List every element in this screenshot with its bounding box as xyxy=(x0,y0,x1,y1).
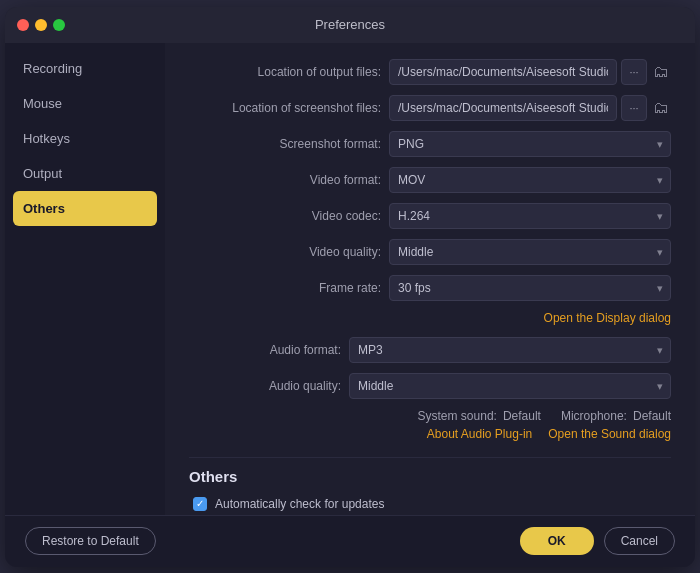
video-format-select[interactable]: MOV MP4 AVI xyxy=(389,167,671,193)
audio-quality-label: Audio quality: xyxy=(189,379,349,393)
action-buttons: OK Cancel xyxy=(520,527,675,555)
sidebar-item-output[interactable]: Output xyxy=(5,156,165,191)
sidebar-item-others[interactable]: Others xyxy=(13,191,157,226)
output-files-row: Location of output files: ··· 🗂 xyxy=(189,59,671,85)
check-icon: ✓ xyxy=(196,498,204,509)
main-panel: Location of output files: ··· 🗂 Location… xyxy=(165,43,695,515)
frame-rate-label: Frame rate: xyxy=(189,281,389,295)
sound-dialog-link[interactable]: Open the Sound dialog xyxy=(548,427,671,441)
screenshot-files-dots-button[interactable]: ··· xyxy=(621,95,647,121)
section-divider xyxy=(189,457,671,458)
video-format-label: Video format: xyxy=(189,173,389,187)
maximize-button[interactable] xyxy=(53,19,65,31)
microphone-label: Microphone: xyxy=(561,409,627,423)
output-files-dots-button[interactable]: ··· xyxy=(621,59,647,85)
system-sound-value: Default xyxy=(503,409,541,423)
microphone-status: Microphone: Default xyxy=(561,409,671,423)
folder-icon: 🗂 xyxy=(653,63,669,80)
sidebar-item-mouse[interactable]: Mouse xyxy=(5,86,165,121)
titlebar: Preferences xyxy=(5,7,695,43)
video-quality-select-wrapper: Middle Low High ▾ xyxy=(389,239,671,265)
audio-plugin-link[interactable]: About Audio Plug-in xyxy=(427,427,532,441)
window-title: Preferences xyxy=(315,17,385,32)
minimize-button[interactable] xyxy=(35,19,47,31)
display-dialog-link[interactable]: Open the Display dialog xyxy=(544,311,671,325)
screenshot-files-row: Location of screenshot files: ··· 🗂 xyxy=(189,95,671,121)
microphone-value: Default xyxy=(633,409,671,423)
screenshot-files-label: Location of screenshot files: xyxy=(189,101,389,115)
preferences-window: Preferences Recording Mouse Hotkeys Outp… xyxy=(5,7,695,567)
checkbox-updates-row[interactable]: ✓ Automatically check for updates xyxy=(189,497,671,511)
video-codec-select-wrapper: H.264 H.265 ▾ xyxy=(389,203,671,229)
frame-rate-select-wrapper: 30 fps 24 fps 60 fps ▾ xyxy=(389,275,671,301)
checkbox-updates[interactable]: ✓ xyxy=(193,497,207,511)
system-sound-status: System sound: Default xyxy=(418,409,541,423)
audio-quality-row: Audio quality: Middle Low High ▾ xyxy=(189,373,671,399)
folder-icon-2: 🗂 xyxy=(653,99,669,116)
output-files-input-group: ··· 🗂 xyxy=(389,59,671,85)
video-codec-select[interactable]: H.264 H.265 xyxy=(389,203,671,229)
close-button[interactable] xyxy=(17,19,29,31)
audio-section: Audio format: MP3 AAC WAV ▾ Audio qualit… xyxy=(189,337,671,441)
video-format-select-wrapper: MOV MP4 AVI ▾ xyxy=(389,167,671,193)
audio-format-label: Audio format: xyxy=(189,343,349,357)
system-sound-label: System sound: xyxy=(418,409,497,423)
bottom-bar: Restore to Default OK Cancel xyxy=(5,515,695,567)
audio-format-select-wrapper: MP3 AAC WAV ▾ xyxy=(349,337,671,363)
sidebar-item-hotkeys[interactable]: Hotkeys xyxy=(5,121,165,156)
others-section: Others ✓ Automatically check for updates… xyxy=(189,468,671,515)
video-quality-label: Video quality: xyxy=(189,245,389,259)
video-quality-select[interactable]: Middle Low High xyxy=(389,239,671,265)
others-section-title: Others xyxy=(189,468,671,485)
video-quality-row: Video quality: Middle Low High ▾ xyxy=(189,239,671,265)
output-files-label: Location of output files: xyxy=(189,65,389,79)
frame-rate-select[interactable]: 30 fps 24 fps 60 fps xyxy=(389,275,671,301)
output-files-input[interactable] xyxy=(389,59,617,85)
screenshot-format-row: Screenshot format: PNG JPG BMP ▾ xyxy=(189,131,671,157)
screenshot-files-folder-button[interactable]: 🗂 xyxy=(651,97,671,119)
checkbox-updates-label: Automatically check for updates xyxy=(215,497,384,511)
ok-button[interactable]: OK xyxy=(520,527,594,555)
screenshot-format-select-wrapper: PNG JPG BMP ▾ xyxy=(389,131,671,157)
audio-format-row: Audio format: MP3 AAC WAV ▾ xyxy=(189,337,671,363)
output-files-folder-button[interactable]: 🗂 xyxy=(651,61,671,83)
display-dialog-link-row: Open the Display dialog xyxy=(189,311,671,325)
cancel-button[interactable]: Cancel xyxy=(604,527,675,555)
screenshot-format-label: Screenshot format: xyxy=(189,137,389,151)
screenshot-format-select[interactable]: PNG JPG BMP xyxy=(389,131,671,157)
audio-status-row: System sound: Default Microphone: Defaul… xyxy=(189,409,671,423)
sidebar: Recording Mouse Hotkeys Output Others xyxy=(5,43,165,515)
video-codec-row: Video codec: H.264 H.265 ▾ xyxy=(189,203,671,229)
video-format-row: Video format: MOV MP4 AVI ▾ xyxy=(189,167,671,193)
frame-rate-row: Frame rate: 30 fps 24 fps 60 fps ▾ xyxy=(189,275,671,301)
sidebar-item-recording[interactable]: Recording xyxy=(5,51,165,86)
video-codec-label: Video codec: xyxy=(189,209,389,223)
audio-format-select[interactable]: MP3 AAC WAV xyxy=(349,337,671,363)
audio-quality-select[interactable]: Middle Low High xyxy=(349,373,671,399)
audio-quality-select-wrapper: Middle Low High ▾ xyxy=(349,373,671,399)
restore-default-button[interactable]: Restore to Default xyxy=(25,527,156,555)
screenshot-files-input-group: ··· 🗂 xyxy=(389,95,671,121)
content-area: Recording Mouse Hotkeys Output Others Lo… xyxy=(5,43,695,515)
screenshot-files-input[interactable] xyxy=(389,95,617,121)
traffic-lights xyxy=(17,19,65,31)
audio-links-row: About Audio Plug-in Open the Sound dialo… xyxy=(189,427,671,441)
